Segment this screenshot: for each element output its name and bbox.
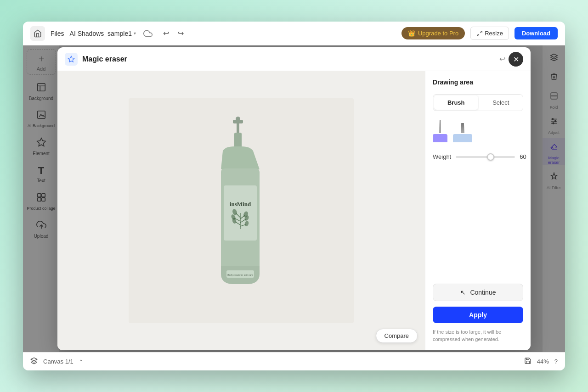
compare-button[interactable]: Compare <box>376 329 418 343</box>
select-tab[interactable]: Select <box>479 95 523 111</box>
panel-note: If the size is too large, it will be com… <box>433 329 523 343</box>
modal-canvas[interactable]: insMind <box>57 71 425 350</box>
redo-button[interactable]: ↪ <box>175 27 187 40</box>
weight-slider[interactable] <box>456 156 515 158</box>
save-icon[interactable] <box>524 357 531 366</box>
magic-eraser-modal: Magic eraser ↩ ↪ ✕ <box>57 47 531 350</box>
home-button[interactable] <box>30 26 45 41</box>
modal-close-button[interactable]: ✕ <box>509 52 523 67</box>
brush-icon-2[interactable] <box>453 123 472 142</box>
main-content: ＋ Add Background AI Backgroun <box>23 45 565 352</box>
continue-button[interactable]: ↖ Continue <box>433 284 523 301</box>
svg-marker-19 <box>68 56 74 62</box>
brush-visual-1 <box>433 120 447 142</box>
apply-button[interactable]: Apply <box>433 307 523 323</box>
modal-right-panel: Drawing area Brush Select <box>425 71 531 350</box>
svg-text:insMind: insMind <box>230 201 251 207</box>
modal-body: insMind <box>57 71 531 350</box>
modal-title: Magic eraser <box>82 55 491 63</box>
layers-icon-bottom[interactable] <box>30 357 38 366</box>
topbar: Files AI Shadows_sample1 ▾ ↩ ↪ 👑 Upgrade… <box>23 22 565 45</box>
undo-redo-group: ↩ ↪ <box>160 27 187 40</box>
canvas-info: Canvas 1/1 <box>43 358 74 365</box>
layers-chevron-icon: ⌃ <box>79 359 83 364</box>
undo-button[interactable]: ↩ <box>160 27 173 40</box>
svg-text:Body cream for skin care: Body cream for skin care <box>227 274 253 276</box>
brush-tab[interactable]: Brush <box>434 95 478 110</box>
crown-icon: 👑 <box>408 30 415 37</box>
zoom-level: 44% <box>537 358 549 365</box>
upgrade-button[interactable]: 👑 Upgrade to Pro <box>401 27 465 39</box>
project-chevron-icon: ▾ <box>134 31 136 36</box>
weight-value: 60 <box>520 153 531 160</box>
download-button[interactable]: Download <box>514 27 558 39</box>
files-nav[interactable]: Files <box>51 30 64 37</box>
drawing-area-title: Drawing area <box>433 78 523 86</box>
svg-marker-42 <box>31 358 37 361</box>
modal-header: Magic eraser ↩ ↪ ✕ <box>57 47 531 71</box>
cursor-icon: ↖ <box>460 289 466 296</box>
project-name[interactable]: AI Shadows_sample1 ▾ <box>70 30 136 37</box>
weight-row: Weight 60 <box>433 151 523 162</box>
svg-line-1 <box>477 34 479 36</box>
brush-icons-row <box>433 117 523 146</box>
resize-button[interactable]: Resize <box>470 27 509 40</box>
modal-icon <box>65 53 78 66</box>
brush-icon-1[interactable] <box>433 120 447 142</box>
cloud-save-icon[interactable] <box>141 27 154 40</box>
weight-label: Weight <box>433 153 451 160</box>
bottom-bar: Canvas 1/1 ⌃ 44% ? <box>23 352 565 370</box>
modal-overlay: Magic eraser ↩ ↪ ✕ <box>23 45 565 352</box>
brush-select-tabs: Brush Select <box>433 94 523 111</box>
brush-visual-2 <box>453 123 472 142</box>
modal-undo-button[interactable]: ↩ <box>496 53 509 66</box>
svg-line-0 <box>480 31 482 33</box>
product-image: insMind <box>129 98 354 323</box>
svg-rect-22 <box>236 117 240 122</box>
help-icon[interactable]: ? <box>554 358 558 365</box>
